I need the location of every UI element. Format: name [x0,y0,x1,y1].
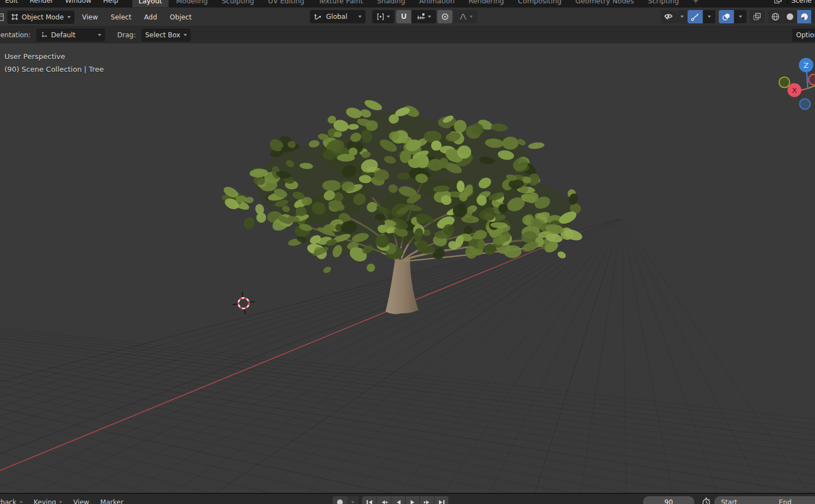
visibility-controls [661,10,687,23]
tab--[interactable]: + [686,0,704,7]
tab-rendering[interactable]: Rendering [462,0,510,7]
chevron-down-icon [739,16,742,18]
tab-uv-editing[interactable]: UV Editing [262,0,310,7]
gizmo-z-neg-ball[interactable] [800,99,811,110]
previous-keyframe-button[interactable] [377,496,391,504]
mode-dropdown[interactable]: Object Mode [7,11,75,24]
gizmos-dropdown[interactable] [703,10,715,23]
material-preview-button[interactable] [797,10,811,23]
timeline-menu-label: Keying [34,498,56,504]
gizmo-y-neg-ball[interactable] [779,77,790,88]
tab-scripting[interactable]: Scripting [642,0,685,7]
separator [787,0,788,4]
viewport-3d[interactable]: User Perspective (90) Scene Collection |… [0,43,815,493]
tab-texture-paint[interactable]: Texture Paint [312,0,369,7]
timeline-menus: PlaybackKeyingViewMarker [0,498,127,504]
scene-name[interactable]: Scene [791,0,812,4]
viewport-menu-add[interactable]: Add [144,13,157,21]
navigation-gizmo[interactable]: Z X [776,51,815,115]
chevron-down-icon [358,16,362,18]
pivot-point-dropdown[interactable] [372,10,394,23]
scene-icon [774,0,784,4]
play-reverse-button[interactable] [391,496,405,504]
falloff-dropdown[interactable] [454,10,477,23]
topbar-menu-window[interactable]: Window [65,0,91,4]
overlays-controls [719,10,747,23]
magnet-snap-icon [400,13,408,21]
viewport-menu-select[interactable]: Select [111,13,131,21]
show-gizmos-button[interactable] [688,10,703,23]
timeline-menu-keying[interactable]: Keying [31,498,66,504]
gizmo-y-axis-line [808,86,815,88]
chevron-down-icon [387,16,390,18]
transform-orientation-dropdown[interactable]: Global [310,10,365,23]
tab-modeling[interactable]: Modeling [170,0,214,7]
options-label: Options [796,31,815,39]
snapping-controls [396,10,436,23]
floor-grid [0,43,815,493]
options-button[interactable]: Options [792,28,815,42]
tab-layout[interactable]: Layout [132,0,169,7]
timeline-menu-view[interactable]: View [70,498,92,504]
timeline-menu-label: Playback [0,498,17,504]
gizmo-z-label: Z [804,61,809,70]
topbar-menu-render[interactable]: Render [29,0,53,4]
tab-geometry-nodes[interactable]: Geometry Nodes [569,0,640,7]
jump-to-start-button[interactable] [362,496,376,504]
workspace-tabs: LayoutModelingSculptingUV EditingTexture… [132,0,707,7]
editor-type-icon[interactable] [0,13,4,22]
visibility-eye-icon [664,12,674,22]
tab-shading[interactable]: Shading [371,0,412,7]
scene-selector[interactable]: Scene [774,0,812,7]
xray-controls [750,10,764,23]
jump-to-end-button[interactable] [434,496,448,504]
timeline-menu-marker[interactable]: Marker [97,498,126,504]
wireframe-shading-icon [771,12,780,21]
timeline-menu-label: View [73,498,89,504]
end-frame-field[interactable]: End 1 [772,496,815,504]
topbar-menu-edit[interactable]: Edit [5,0,18,4]
wireframe-shading-button[interactable] [768,10,782,23]
show-hide-button[interactable] [661,10,676,23]
tab-sculpting[interactable]: Sculpting [215,0,260,7]
chevron-down-icon [470,16,473,18]
viewport-header: Object Mode ViewSelectAddObject Global [0,7,815,26]
viewport-menu-object[interactable]: Object [170,13,191,21]
topbar: EditRenderWindowHelp LayoutModelingSculp… [0,0,815,7]
mode-label: Object Mode [22,13,64,21]
auto-keying-button[interactable] [333,496,347,504]
play-reverse-icon [394,499,402,504]
next-keyframe-button[interactable] [420,496,434,504]
visibility-dropdown[interactable] [677,10,687,23]
playback-buttons [362,496,448,504]
proportional-editing-button[interactable] [437,10,452,23]
snap-target-dropdown[interactable] [412,10,436,23]
current-frame-field[interactable]: 90 [643,496,694,504]
chevron-down-icon [19,501,23,503]
gizmos-controls [688,10,715,23]
snap-target-icon [417,13,426,21]
tool-orientation-dropdown[interactable]: Default [36,28,105,42]
auto-keying-dropdown[interactable] [347,496,358,504]
next-keyframe-icon [423,499,431,504]
play-button[interactable] [406,496,419,504]
timeline-menu-playback[interactable]: Playback [0,498,26,504]
snap-toggle-button[interactable] [396,10,411,23]
solid-shading-button[interactable] [783,10,797,23]
show-overlays-button[interactable] [719,10,734,23]
topbar-menu-help[interactable]: Help [103,0,118,4]
drag-setting-label: Drag: [117,31,136,39]
overlays-dropdown[interactable] [734,10,747,23]
material-shading-icon [800,12,809,21]
end-label: End [779,498,792,504]
drag-mode-dropdown[interactable]: Select Box [141,28,191,42]
blender-window: EditRenderWindowHelp LayoutModelingSculp… [0,0,815,504]
viewport-menu-view[interactable]: View [82,13,98,21]
tab-animation[interactable]: Animation [413,0,461,7]
tab-compositing[interactable]: Compositing [512,0,567,7]
toggle-xray-button[interactable] [750,10,764,23]
rendered-shading-button[interactable] [812,10,815,23]
gizmo-x-label: X [792,86,797,95]
gizmo-x-neg-ball[interactable] [809,75,815,85]
object-mode-icon [11,13,18,21]
